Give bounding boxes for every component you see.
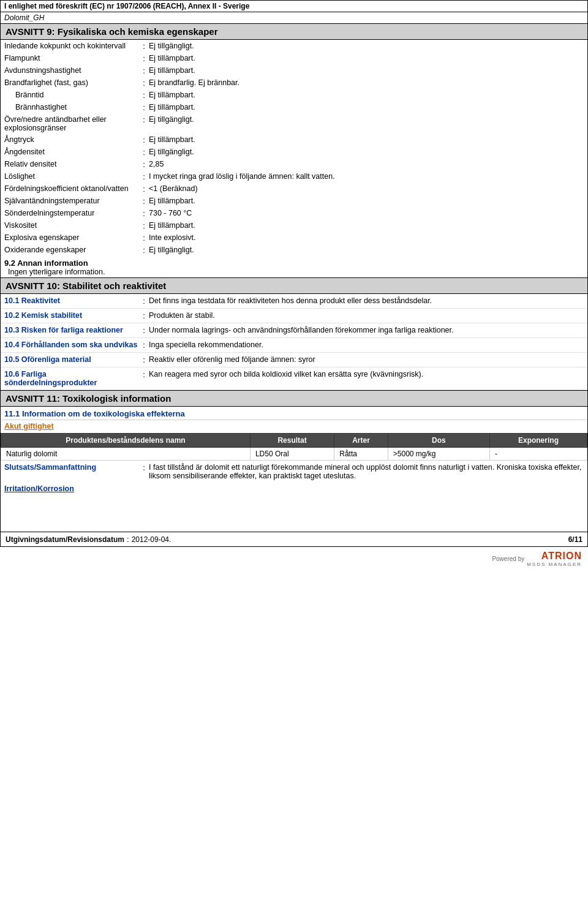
prop-colon-16: : [139,245,149,255]
prop-value-0: Ej tillgängligt. [149,41,584,50]
doc-id: Dolomit_GH [0,12,588,23]
prop-value-9: 2,85 [149,159,584,168]
tox-table-header-row: Produktens/beståndsdelens namn Resultat … [1,434,587,448]
row-10-2-value: Produkten är stabil. [149,311,584,320]
prop-label-11: Fördelningskoefficient oktanol/vatten [4,184,139,193]
tox-table: Produktens/beståndsdelens namn Resultat … [1,433,587,461]
footer-value: 2012-09-04. [132,535,172,544]
row-10-2: 10.2 Kemisk stabilitet : Produkten är st… [1,309,587,323]
row-10-3-colon: : [139,326,149,335]
prop-label-5: Brännhastighet [4,102,139,111]
akut-label: Akut giftighet [4,422,54,431]
prop-label-7: Ångtryck [4,135,139,144]
prop-label-6: Övre/nedre antändbarhet eller explosions… [4,115,139,132]
slutsats-value: I fast tillstånd är dolomit ett naturlig… [149,463,584,480]
prop-row-4: Bränntid : Ej tillämpbart. [1,89,587,101]
row-10-3-label: 10.3 Risken för farliga reaktioner [4,326,139,334]
tox-cell-exponering: - [489,448,587,461]
atrion-brand: ATRION [541,551,582,562]
prop-colon-5: : [139,102,149,112]
top-header: I enlighet med föreskrift (EC) nr 1907/2… [0,0,588,12]
section11-subtitle: 11.1 Information om de toxikologiska eff… [4,409,185,418]
row-10-4-colon: : [139,341,149,350]
header-title: I enlighet med föreskrift (EC) nr 1907/2… [4,2,249,10]
tox-cell-resultat: LD50 Oral [250,448,334,461]
prop-value-7: Ej tillämpbart. [149,135,584,144]
prop-row-6: Övre/nedre antändbarhet eller explosions… [1,113,587,134]
prop-colon-15: : [139,233,149,243]
tox-col-dos: Dos [388,434,489,448]
prop-row-11: Fördelningskoefficient oktanol/vatten : … [1,183,587,195]
row-10-1: 10.1 Reaktivitet : Det finns inga testda… [1,294,587,309]
prop-value-11: <1 (Beräknad) [149,184,584,193]
tox-cell-dos: >5000 mg/kg [388,448,489,461]
row-10-4-value: Inga speciella rekommendationer. [149,341,584,349]
prop-value-14: Ej tillämpbart. [149,220,584,230]
prop-row-1: Flampunkt : Ej tillämpbart. [1,52,587,64]
bottom-spacer [0,495,588,532]
prop-label-10: Löslighet [4,171,139,181]
row-10-5: 10.5 Oförenliga material : Reaktiv eller… [1,353,587,367]
prop-row-8: Ångdensitet : Ej tillgängligt. [1,146,587,158]
akut-label-row: Akut giftighet [1,420,587,433]
prop-label-8: Ångdensitet [4,147,139,156]
prop-label-0: Inledande kokpunkt och kokintervall [4,41,139,50]
section11-content: 11.1 Information om de toxikologiska eff… [0,407,588,483]
prop-row-15: Explosiva egenskaper : Inte explosivt. [1,232,587,244]
prop-value-8: Ej tillgängligt. [149,147,584,156]
section10-header: AVSNITT 10: Stabilitet och reaktivitet [0,277,588,294]
tox-table-row: Naturlig dolomit LD50 Oral Råtta >5000 m… [1,448,587,461]
prop-colon-3: : [139,78,149,88]
prop-colon-4: : [139,90,149,100]
prop-colon-12: : [139,196,149,206]
row-10-2-label: 10.2 Kemisk stabilitet [4,311,139,320]
section9-header: AVSNITT 9: Fysikaliska och kemiska egens… [0,23,588,40]
row-10-5-value: Reaktiv eller oförenlig med följande ämn… [149,355,584,364]
row-10-6-value: Kan reagera med syror och bilda koldioxi… [149,370,584,378]
section10-content: 10.1 Reaktivitet : Det finns inga testda… [0,294,588,390]
slutsats-label: Slutsats/Sammanfattning [4,463,139,472]
prop-colon-9: : [139,159,149,169]
prop-label-4: Bränntid [4,90,139,99]
prop-label-14: Viskositet [4,220,139,230]
row-10-4: 10.4 Förhållanden som ska undvikas : Ing… [1,338,587,353]
prop-row-12: Självantändningstemperatur : Ej tillämpb… [1,195,587,207]
prop-value-12: Ej tillämpbart. [149,196,584,205]
prop-value-4: Ej tillämpbart. [149,90,584,99]
row-10-1-label: 10.1 Reaktivitet [4,296,139,305]
row-10-3: 10.3 Risken för farliga reaktioner : Und… [1,323,587,338]
prop-colon-8: : [139,147,149,157]
prop-label-16: Oxiderande egenskaper [4,245,139,254]
footer-bar: Utgivningsdatum/Revisionsdatum : 2012-09… [0,532,588,547]
slutsats-colon: : [139,463,149,472]
prop-colon-2: : [139,66,149,75]
prop-colon-0: : [139,41,149,51]
prop-value-1: Ej tillämpbart. [149,53,584,62]
prop-value-3: Ej brandfarlig. Ej brännbar. [149,78,584,87]
prop-value-6: Ej tillgängligt. [149,115,584,124]
prop-label-2: Avdunstningshastighet [4,66,139,75]
footer-colon: : [127,535,129,544]
atrion-logo: ATRION MSDS MANAGER [527,551,582,567]
tox-cell-arter: Råtta [334,448,388,461]
prop-value-16: Ej tillgängligt. [149,245,584,254]
section9-content: Inledande kokpunkt och kokintervall : Ej… [0,40,588,256]
prop-colon-7: : [139,135,149,145]
prop-value-10: I mycket ringa grad löslig i följande äm… [149,171,584,181]
prop-colon-14: : [139,220,149,230]
row-10-6-label: 10.6 Farliga sönderdelningsprodukter [4,370,139,387]
prop-row-9: Relativ densitet : 2,85 [1,158,587,170]
page-wrapper: I enlighet med föreskrift (EC) nr 1907/2… [0,0,588,571]
tox-col-resultat: Resultat [250,434,334,448]
row-10-5-label: 10.5 Oförenliga material [4,355,139,364]
tox-col-exponering: Exponering [489,434,587,448]
section11-subtitle-row: 11.1 Information om de toxikologiska eff… [1,407,587,420]
row-10-1-colon: : [139,296,149,306]
prop-label-12: Självantändningstemperatur [4,196,139,205]
prop-label-1: Flampunkt [4,53,139,62]
slutsats-row: Slutsats/Sammanfattning : I fast tillstå… [1,461,587,483]
tox-col-arter: Arter [334,434,388,448]
prop-value-15: Inte explosivt. [149,233,584,242]
prop-value-2: Ej tillämpbart. [149,66,584,75]
footer-page: 6/11 [568,535,582,544]
